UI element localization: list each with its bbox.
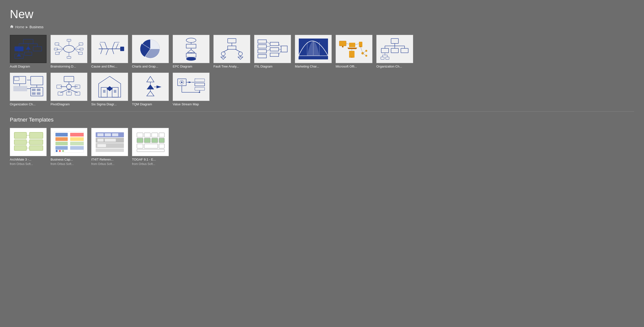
svg-rect-211 — [152, 138, 158, 143]
svg-point-191 — [59, 150, 61, 152]
svg-rect-197 — [96, 149, 124, 152]
template-card-orgchart1[interactable]: Organization Ch... — [376, 35, 413, 69]
svg-rect-188 — [70, 142, 84, 145]
svg-marker-66 — [238, 57, 243, 59]
svg-rect-125 — [32, 89, 36, 91]
thumbnail-archimate — [10, 128, 46, 156]
template-card-cause[interactable]: Cause and Effec... — [91, 35, 128, 69]
svg-rect-199 — [105, 133, 111, 136]
svg-line-34 — [100, 44, 102, 49]
svg-rect-182 — [56, 133, 68, 137]
svg-rect-123 — [31, 76, 43, 85]
template-sublabel-bizcap: from Orbus Soft... — [50, 162, 87, 166]
template-label-marketing: Marketing Char... — [295, 65, 332, 69]
svg-rect-120 — [14, 76, 26, 84]
svg-rect-60 — [228, 46, 236, 49]
svg-rect-128 — [37, 92, 40, 95]
template-label-togaf: TOGAF 9.1 - E... — [132, 158, 169, 162]
svg-line-39 — [106, 49, 108, 55]
template-label-bizcap: Business Cap... — [50, 158, 87, 162]
partner-section-title: Partner Templates — [10, 117, 634, 123]
template-card-epc[interactable]: EPC Diagram — [173, 35, 210, 69]
page-title: New — [10, 7, 634, 21]
thumbnail-cause — [91, 35, 128, 63]
svg-rect-0 — [23, 39, 33, 44]
template-card-sixsigma[interactable]: Six Sigma Diagr... — [91, 73, 128, 107]
template-label-tqm: TQM Diagram — [132, 102, 169, 107]
svg-point-161 — [181, 82, 182, 83]
svg-rect-69 — [258, 40, 266, 43]
svg-marker-2 — [26, 46, 31, 50]
svg-rect-75 — [270, 53, 279, 57]
template-card-togaf[interactable]: TOGAF 9.1 - E... from Orbus Soft... — [132, 128, 169, 166]
svg-line-80 — [279, 44, 281, 47]
svg-rect-177 — [30, 146, 43, 150]
svg-rect-189 — [70, 146, 84, 150]
svg-rect-164 — [195, 87, 204, 90]
svg-rect-112 — [391, 48, 398, 53]
template-card-bizcap[interactable]: Business Cap... from Orbus Soft... — [50, 128, 87, 166]
template-label-sixsigma: Six Sigma Diagr... — [91, 102, 128, 107]
thumbnail-pivot — [50, 73, 87, 101]
svg-rect-27 — [79, 43, 83, 45]
svg-rect-25 — [54, 48, 58, 50]
template-card-pivot[interactable]: PivotDiagram — [50, 73, 87, 107]
svg-rect-94 — [349, 51, 354, 58]
template-card-brainstorming[interactable]: Brainstorming D... — [50, 35, 87, 69]
thumbnail-marketing — [295, 35, 332, 63]
svg-point-64 — [238, 52, 242, 56]
svg-rect-151 — [114, 90, 116, 93]
svg-line-61 — [223, 49, 228, 52]
svg-rect-162 — [195, 79, 204, 82]
svg-line-104 — [361, 47, 362, 52]
svg-rect-70 — [258, 45, 266, 48]
template-label-msoffice: Microsoft Offi... — [336, 65, 372, 69]
svg-line-16 — [58, 45, 64, 49]
template-card-orgchart2[interactable]: Organization Ch... — [10, 73, 46, 107]
template-card-tqm[interactable]: TQM Diagram — [132, 73, 169, 107]
svg-marker-4 — [16, 54, 21, 57]
svg-rect-212 — [159, 138, 164, 143]
svg-rect-72 — [258, 55, 266, 58]
svg-line-140 — [69, 89, 78, 93]
template-sublabel-it4it: from Orbus Soft... — [91, 162, 128, 166]
svg-line-36 — [112, 42, 114, 49]
thumbnail-charts — [132, 35, 169, 63]
template-card-fault[interactable]: Fault Tree Analy... — [214, 35, 250, 69]
svg-line-96 — [346, 44, 349, 44]
svg-rect-52 — [186, 53, 196, 57]
svg-line-138 — [60, 89, 69, 93]
template-label-pivot: PivotDiagram — [50, 102, 87, 107]
thumbnail-it4it — [91, 128, 128, 156]
template-card-archimate[interactable]: ArchiMate 3 -... from Orbus Soft... — [10, 128, 46, 166]
svg-rect-111 — [381, 48, 388, 53]
template-card-marketing[interactable]: Marketing Char... — [295, 35, 332, 69]
template-card-valuestream[interactable]: Value Stream Map — [173, 73, 210, 107]
svg-rect-113 — [401, 48, 408, 53]
svg-point-192 — [62, 150, 64, 152]
thumbnail-orgchart2 — [10, 73, 46, 101]
breadcrumb-home-link[interactable]: Home — [15, 25, 24, 29]
thumbnail-sixsigma — [91, 73, 128, 101]
template-card-charts[interactable]: Charts and Grap... — [132, 35, 169, 69]
template-label-itil: ITIL Diagram — [254, 65, 291, 69]
svg-point-15 — [64, 46, 74, 52]
template-sublabel-togaf: from Orbus Soft... — [132, 162, 169, 166]
svg-rect-71 — [258, 50, 266, 53]
thumbnail-itil — [254, 35, 291, 63]
template-card-it4it[interactable]: IT4IT Referen... from Orbus Soft... — [91, 128, 128, 166]
thumbnail-valuestream — [173, 73, 210, 101]
svg-rect-174 — [14, 146, 26, 150]
template-card-msoffice[interactable]: Microsoft Offi... — [336, 35, 372, 69]
breadcrumb-current: Business — [30, 25, 44, 29]
template-card-itil[interactable]: ITIL Diagram — [254, 35, 291, 69]
svg-rect-175 — [30, 132, 43, 138]
breadcrumb-separator: ▶ — [26, 25, 28, 29]
svg-rect-118 — [381, 57, 384, 59]
thumbnail-epc — [173, 35, 210, 63]
svg-line-37 — [116, 44, 118, 49]
thumbnail-brainstorming — [50, 35, 87, 63]
svg-line-40 — [112, 49, 114, 54]
template-card-audit[interactable]: Audit Diagram — [10, 35, 46, 69]
svg-rect-126 — [37, 89, 40, 91]
